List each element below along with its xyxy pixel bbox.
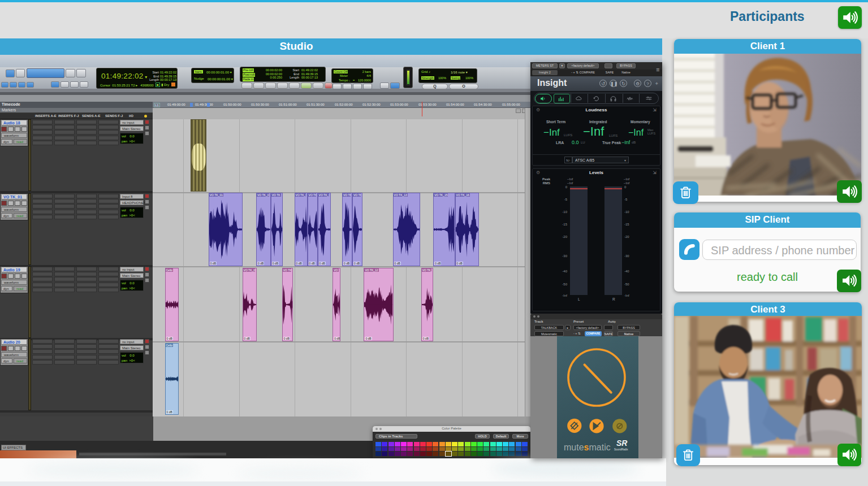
svg-text:SR: SR	[616, 439, 628, 448]
svg-text:SoundRadix: SoundRadix	[614, 448, 628, 451]
svg-text:mutesmatic: mutesmatic	[564, 442, 611, 452]
